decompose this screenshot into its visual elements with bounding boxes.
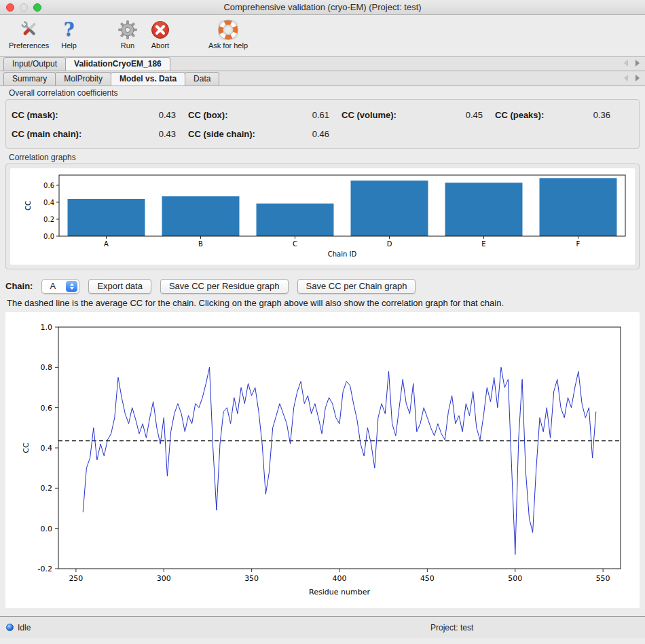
preferences-button[interactable]: Preferences bbox=[3, 18, 55, 50]
svg-text:0.2: 0.2 bbox=[43, 216, 54, 223]
line-chart-svg: -0.20.00.20.40.60.81.0250300350400450500… bbox=[5, 312, 640, 608]
svg-text:0.2: 0.2 bbox=[41, 484, 53, 493]
tab-molprobity[interactable]: MolProbity bbox=[55, 72, 111, 86]
cc-box-label: CC (box): bbox=[179, 110, 282, 120]
cc-volume-label: CC (volume): bbox=[332, 110, 432, 120]
question-mark-icon: ? bbox=[64, 18, 75, 41]
tab-scroll-left-icon[interactable] bbox=[624, 75, 628, 81]
svg-text:0.6: 0.6 bbox=[41, 404, 53, 413]
svg-text:350: 350 bbox=[244, 574, 259, 583]
toolbar-label-abort: Abort bbox=[151, 41, 169, 50]
abort-x-icon bbox=[150, 18, 170, 41]
save-cc-per-chain-button[interactable]: Save CC per Chain graph bbox=[297, 279, 416, 294]
status-bar: Idle Project: test bbox=[0, 616, 645, 638]
cc-volume-value: 0.45 bbox=[432, 110, 485, 120]
secondary-tab-bar: Summary MolProbity Model vs. Data Data bbox=[0, 71, 645, 86]
tab-input-output[interactable]: Input/Output bbox=[3, 57, 66, 71]
svg-text:300: 300 bbox=[157, 574, 171, 583]
cc-box-value: 0.61 bbox=[282, 110, 332, 120]
svg-text:0.0: 0.0 bbox=[41, 525, 53, 533]
overall-cc-groupbox: Overall correlation coefficients CC (mas… bbox=[5, 99, 640, 149]
export-data-button[interactable]: Export data bbox=[88, 279, 151, 294]
primary-tab-bar: Input/Output ValidationCryoEM_186 bbox=[0, 57, 645, 71]
bar-chart-svg: 0.00.20.40.6ABCDEFChain IDCC bbox=[10, 168, 633, 263]
tab-scroll-controls bbox=[624, 60, 645, 71]
svg-text:250: 250 bbox=[69, 574, 83, 583]
tab-scroll-left-icon[interactable] bbox=[624, 60, 628, 67]
svg-text:B: B bbox=[198, 240, 203, 248]
cc-per-residue-line-chart: -0.20.00.20.40.60.81.0250300350400450500… bbox=[5, 312, 640, 608]
window-title: Comprehensive validation (cryo-EM) (Proj… bbox=[223, 2, 421, 12]
cc-peaks-label: CC (peaks): bbox=[485, 110, 561, 120]
title-bar: Comprehensive validation (cryo-EM) (Proj… bbox=[0, 0, 645, 15]
svg-text:CC: CC bbox=[22, 442, 31, 453]
svg-text:A: A bbox=[104, 240, 109, 248]
tab-validationcryoem-186[interactable]: ValidationCryoEM_186 bbox=[65, 57, 170, 71]
svg-text:0.8: 0.8 bbox=[41, 363, 53, 372]
svg-text:-0.2: -0.2 bbox=[38, 565, 52, 573]
correlation-graphs-groupbox: Correlation graphs 0.00.20.40.6ABCDEFCha… bbox=[5, 164, 640, 269]
overall-cc-legend: Overall correlation coefficients bbox=[9, 88, 118, 98]
status-indicator-icon bbox=[6, 624, 14, 631]
cc-mask-value: 0.43 bbox=[113, 110, 179, 120]
toolbar: Preferences ? Help Run bbox=[0, 15, 645, 57]
svg-text:Residue number: Residue number bbox=[309, 588, 370, 596]
close-button[interactable] bbox=[6, 3, 14, 12]
svg-text:1.0: 1.0 bbox=[41, 323, 53, 332]
status-text: Idle bbox=[18, 623, 31, 632]
svg-text:CC: CC bbox=[24, 201, 32, 210]
dashed-line-note: The dashed line is the average CC for th… bbox=[7, 298, 638, 308]
svg-text:D: D bbox=[387, 240, 392, 248]
toolbar-label-help: Help bbox=[61, 41, 77, 50]
tab-scroll-right-icon[interactable] bbox=[635, 75, 640, 81]
minimize-button[interactable] bbox=[20, 3, 28, 12]
svg-text:400: 400 bbox=[333, 574, 347, 583]
chain-select[interactable]: A bbox=[41, 279, 79, 294]
project-label: Project: test bbox=[430, 623, 473, 632]
svg-text:500: 500 bbox=[508, 574, 522, 583]
tab-model-vs-data[interactable]: Model vs. Data bbox=[111, 72, 185, 86]
tools-icon bbox=[18, 18, 40, 41]
toolbar-label-run: Run bbox=[121, 41, 134, 50]
svg-text:0.0: 0.0 bbox=[43, 233, 54, 240]
tab-summary[interactable]: Summary bbox=[3, 72, 56, 86]
lifesaver-icon bbox=[218, 18, 238, 41]
cc-per-chain-bar-chart[interactable]: 0.00.20.40.6ABCDEFChain IDCC bbox=[10, 168, 635, 265]
svg-text:550: 550 bbox=[596, 574, 610, 583]
svg-text:0.4: 0.4 bbox=[43, 199, 54, 206]
cc-peaks-value: 0.36 bbox=[561, 110, 613, 120]
zoom-button[interactable] bbox=[33, 3, 41, 12]
svg-text:C: C bbox=[293, 240, 297, 248]
svg-text:0.4: 0.4 bbox=[41, 444, 53, 453]
tab-data[interactable]: Data bbox=[185, 72, 219, 86]
run-button[interactable]: Run bbox=[111, 18, 144, 50]
gear-icon bbox=[117, 18, 138, 41]
cc-side-chain-label: CC (side chain): bbox=[179, 129, 282, 139]
overall-cc-grid: CC (mask): 0.43 CC (box): 0.61 CC (volum… bbox=[6, 100, 639, 148]
ask-for-help-button[interactable]: Ask for help bbox=[202, 18, 254, 50]
svg-text:0.6: 0.6 bbox=[43, 182, 54, 189]
svg-text:Chain ID: Chain ID bbox=[328, 250, 357, 258]
tab-scroll-right-icon[interactable] bbox=[635, 60, 640, 67]
chain-controls: Chain: A Export data Save CC per Residue… bbox=[5, 278, 640, 294]
cc-main-chain-label: CC (main chain): bbox=[12, 129, 113, 139]
traffic-lights bbox=[6, 3, 41, 12]
abort-button[interactable]: Abort bbox=[144, 18, 177, 50]
svg-text:450: 450 bbox=[420, 574, 435, 583]
tab-scroll-controls-2 bbox=[624, 75, 645, 86]
cc-side-chain-value: 0.46 bbox=[282, 129, 332, 139]
help-button[interactable]: ? Help bbox=[55, 18, 83, 50]
svg-text:F: F bbox=[576, 240, 580, 248]
cc-mask-label: CC (mask): bbox=[12, 110, 113, 120]
chain-selected-value: A bbox=[50, 281, 56, 291]
svg-text:E: E bbox=[481, 240, 485, 248]
correlation-graphs-legend: Correlation graphs bbox=[9, 153, 76, 162]
combo-stepper-icon bbox=[66, 281, 77, 292]
save-cc-per-residue-button[interactable]: Save CC per Residue graph bbox=[160, 279, 289, 294]
chain-label: Chain: bbox=[5, 281, 33, 291]
cc-main-chain-value: 0.43 bbox=[113, 129, 179, 139]
toolbar-label-ask-for-help: Ask for help bbox=[208, 41, 248, 50]
toolbar-label-preferences: Preferences bbox=[9, 41, 49, 50]
